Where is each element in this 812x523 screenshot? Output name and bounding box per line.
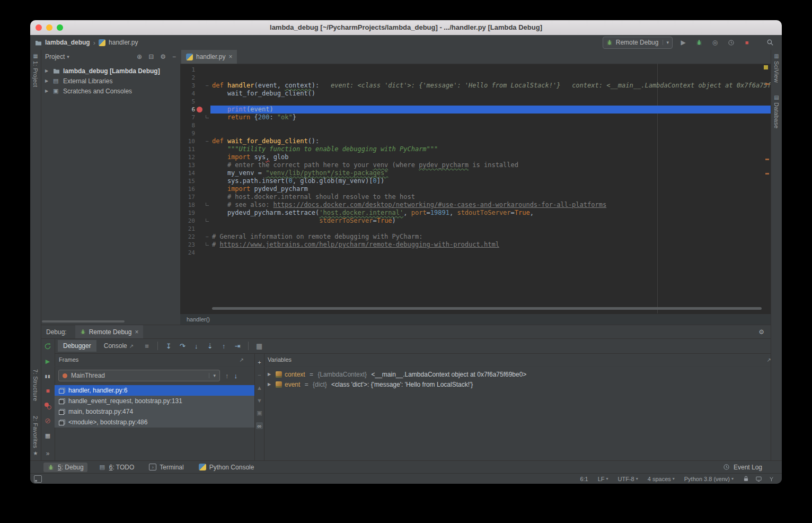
code-editor[interactable]: 123−def handler(event, context): event: …	[180, 64, 771, 314]
breadcrumb-project[interactable]: lambda_debug	[45, 39, 90, 46]
tree-item[interactable]: ▶▣Scratches and Consoles	[41, 86, 180, 96]
code-line[interactable]: 3−def handler(event, context): event: <c…	[180, 82, 771, 90]
code-line[interactable]: 20 stderrToServer=True)	[180, 217, 771, 225]
frame-row[interactable]: handler, handler.py:6	[55, 385, 254, 396]
step-over-button[interactable]: ↷	[176, 342, 188, 350]
code-line[interactable]: 17 # host.docker.internal should resolve…	[180, 193, 771, 201]
pin-icon[interactable]: ↗	[240, 357, 250, 363]
locate-file-button[interactable]: ⊕	[137, 53, 142, 60]
toolwindow-button-terminal[interactable]: ›Terminal	[145, 463, 187, 472]
close-tab-icon[interactable]: ×	[228, 53, 232, 60]
run-to-cursor-button[interactable]: ⇥	[232, 342, 243, 350]
variable-row[interactable]: ▶context = {LambdaContext} <__main__.Lam…	[263, 369, 782, 379]
code-line[interactable]: 18 # see also: https://docs.docker.com/d…	[180, 201, 771, 209]
code-line[interactable]: 8	[180, 121, 771, 129]
project-panel-title[interactable]: Project	[45, 53, 65, 60]
profiler-button[interactable]	[726, 39, 736, 46]
evaluate-expression-button[interactable]: ∞	[256, 422, 263, 429]
hide-panel-button[interactable]: −	[172, 53, 176, 60]
run-button[interactable]: ▶	[678, 39, 689, 46]
code-line[interactable]: 24	[180, 249, 771, 257]
run-configuration-select[interactable]: Remote Debug ▾	[603, 37, 673, 49]
show-execution-point-button[interactable]: ↧	[163, 342, 174, 350]
stop-button[interactable]: ■	[43, 387, 52, 395]
status-item[interactable]: 4 spaces▾	[648, 476, 675, 482]
error-stripe-mark[interactable]	[765, 83, 769, 85]
code-line[interactable]: 12 import sys, glob	[180, 153, 771, 161]
layout-settings-button[interactable]: ≡	[141, 342, 153, 350]
toolwindow-button-debug[interactable]: 5: Debug	[43, 463, 87, 472]
breakpoint-icon[interactable]	[197, 107, 202, 112]
toolwindow-toggle-icon[interactable]	[34, 475, 42, 483]
status-item[interactable]: UTF-8▾	[618, 476, 638, 482]
code-line[interactable]: 16 import pydevd_pycharm	[180, 185, 771, 193]
status-item[interactable]: Python 3.8 (venv)▾	[684, 476, 734, 482]
tab-debugger[interactable]: Debugger	[58, 340, 96, 352]
debug-button[interactable]	[694, 39, 704, 46]
gear-icon[interactable]: ⚙	[758, 328, 764, 336]
gear-icon[interactable]: ⚙	[160, 53, 166, 60]
search-everywhere-button[interactable]	[765, 39, 775, 46]
structure-stripe-button[interactable]: 7: Structure	[30, 369, 41, 401]
code-line[interactable]: 11 """Utility function to enable debuggi…	[180, 145, 771, 153]
stop-button[interactable]: ■	[742, 39, 752, 46]
toolwindow-button-event-log[interactable]: Event Log	[719, 463, 766, 472]
duplicate-watch-button[interactable]: ▣	[256, 409, 263, 416]
variable-row[interactable]: ▶event = {dict} <class 'dict'>: {'messag…	[263, 379, 782, 389]
remove-watch-button[interactable]: −	[256, 371, 263, 378]
inspection-indicator[interactable]	[764, 65, 768, 69]
step-into-button[interactable]: ↓	[190, 342, 202, 350]
thread-select[interactable]: MainThread ▾	[58, 370, 220, 381]
code-line[interactable]: 9	[180, 129, 771, 137]
step-out-button[interactable]: ↑	[218, 342, 230, 350]
frame-row[interactable]: handle_event_request, bootstrap.py:131	[55, 396, 254, 406]
code-line[interactable]: 19 pydevd_pycharm.settrace('host.docker.…	[180, 209, 771, 217]
collapse-all-button[interactable]: ⊟	[148, 53, 154, 60]
toolwindow-button-todo[interactable]: ▤6: TODO	[95, 463, 138, 472]
editor-horizontal-scrollbar[interactable]	[212, 307, 762, 310]
frame-row[interactable]: main, bootstrap.py:474	[55, 406, 254, 417]
favorites-stripe-button[interactable]: 2: Favorites ★	[30, 416, 41, 456]
code-line[interactable]: 10−def wait_for_debug_client():	[180, 137, 771, 145]
code-line[interactable]: 15 sys.path.insert(0, glob.glob(my_venv)…	[180, 177, 771, 185]
tab-console[interactable]: Console ↗	[99, 340, 139, 352]
restore-layout-button[interactable]: ▦	[43, 431, 52, 440]
editor-tab-handler-py[interactable]: handler.py ×	[181, 50, 237, 64]
code-line[interactable]: 13 # enter the correct path here to your…	[180, 161, 771, 169]
add-watch-button[interactable]: +	[256, 359, 263, 365]
view-as-table-button[interactable]: ▦	[253, 342, 265, 350]
pause-button[interactable]: ▮▮	[43, 372, 52, 380]
force-step-into-button[interactable]: ⇣	[204, 342, 216, 350]
more-actions-button[interactable]: »	[43, 449, 52, 458]
mute-breakpoints-button[interactable]: ⊘	[43, 416, 52, 425]
rerun-button[interactable]	[43, 342, 52, 351]
previous-frame-button[interactable]: ↑	[225, 372, 229, 380]
project-scrollbar[interactable]	[42, 320, 125, 322]
code-line[interactable]: 2	[180, 74, 771, 82]
resume-button[interactable]: ▶	[43, 357, 52, 365]
code-line[interactable]: 7 return {200: "ok"}	[180, 114, 771, 121]
code-line[interactable]: 22−# General information on remote debug…	[180, 233, 771, 241]
code-line[interactable]: 6 print(event)	[180, 106, 771, 114]
status-item[interactable]: LF▾	[598, 476, 608, 482]
toolwindow-button-python-console[interactable]: Python Console	[195, 463, 258, 472]
move-watch-down-button[interactable]: ▼	[256, 397, 263, 404]
debug-session-tab[interactable]: Remote Debug ×	[75, 325, 144, 338]
code-line[interactable]: 5	[180, 98, 771, 106]
tree-item[interactable]: ▶▤External Libraries	[41, 76, 180, 86]
code-line[interactable]: 23# https://www.jetbrains.com/help/pycha…	[180, 241, 771, 249]
close-session-icon[interactable]: ×	[135, 328, 138, 336]
sciview-stripe-button[interactable]: ▥ SciView	[771, 53, 782, 83]
error-stripe-mark[interactable]	[765, 173, 769, 175]
move-watch-up-button[interactable]: ▲	[256, 384, 263, 391]
screen-reader-icon[interactable]	[755, 476, 762, 482]
inspections-profile-icon[interactable]	[769, 476, 774, 482]
next-frame-button[interactable]: ↓	[234, 372, 238, 380]
code-line[interactable]: 1	[180, 66, 771, 74]
coverage-button[interactable]: ◎	[710, 39, 720, 46]
tree-item[interactable]: ▶lambda_debug [Lambda Debug]	[41, 66, 180, 76]
breadcrumb-file[interactable]: handler.py	[109, 39, 138, 46]
view-breakpoints-button[interactable]	[43, 402, 52, 410]
database-stripe-button[interactable]: ▤ Database	[771, 94, 782, 129]
code-line[interactable]: 21	[180, 225, 771, 233]
